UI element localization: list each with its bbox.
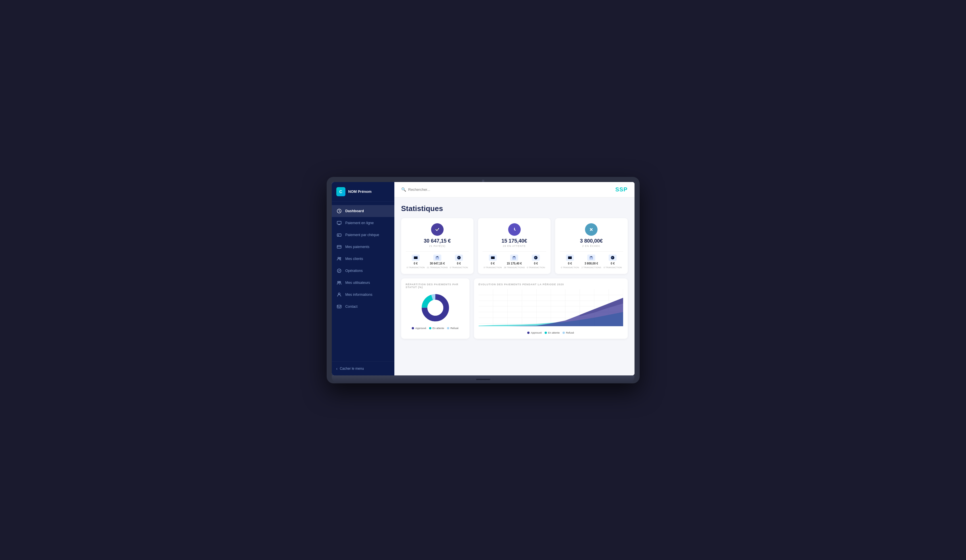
pending-icon-circle — [508, 223, 521, 236]
breakdown-bank-txn-p: 28 TRANSACTIONS — [504, 266, 525, 269]
sidebar-item-label: Mes utilisateurs — [345, 281, 370, 285]
search-input[interactable] — [408, 187, 456, 192]
line-label-approved: Approuvé — [531, 331, 542, 334]
line-chart-container — [478, 289, 623, 329]
legend-label-refused: Refusé — [450, 327, 459, 330]
sidebar-item-label: Dashboard — [345, 209, 364, 213]
euro-breakdown-icon-p — [532, 255, 540, 261]
line-dot-refused — [562, 332, 565, 334]
stat-card-paid: 30 647,15 € 21 PAYÉ(S) 0 € 0 TRANSACTION — [401, 218, 474, 274]
sidebar-item-operations[interactable]: Opérations — [332, 265, 394, 277]
stat-card-failed-header: 3 800,00€ 2 EN ÉCHEC — [560, 223, 623, 247]
paid-breakdown: 0 € 0 TRANSACTION 30 647,15 € 21 TRANSAC… — [406, 251, 469, 269]
line-chart-title: ÉVOLUTION DES PAIEMENTS PENDANT LA PÉRIO… — [478, 283, 623, 286]
svg-point-7 — [337, 281, 339, 283]
topbar: 🔍 SSP — [394, 182, 634, 197]
laptop-trackpad — [476, 379, 490, 380]
breakdown-bank-txn-f: 2 TRANSACTIONS — [582, 266, 601, 269]
breakdown-card-txn-p: 0 TRANSACTION — [484, 266, 502, 269]
line-legend: Approuvé En attente Refusé — [478, 331, 623, 334]
donut-chart-card: RÉPARTITION DES PAIEMENTS PAR STATUT (%) — [401, 278, 470, 339]
breakdown-card-amount: 0 € — [414, 262, 418, 265]
page-content: Statistiques 30 647,15 € 21 PAYÉ(S) — [394, 197, 634, 375]
line-dot-approved — [527, 332, 529, 334]
breakdown-card-f: 0 € 0 TRANSACTION — [561, 255, 579, 269]
line-dot-pending — [545, 332, 547, 334]
bank-breakdown-icon — [433, 255, 441, 261]
sidebar-item-mes-utilisateurs[interactable]: Mes utilisateurs — [332, 277, 394, 289]
sidebar-item-label: Mes informations — [345, 293, 373, 296]
brand-text: SSP — [615, 186, 628, 193]
search-bar: 🔍 — [401, 187, 456, 192]
sidebar-header: C NOM Prénom — [332, 182, 394, 201]
legend-label-pending: En attente — [432, 327, 444, 330]
breakdown-bank-amount: 30 647,15 € — [430, 262, 445, 265]
svg-point-9 — [338, 293, 340, 295]
failed-breakdown: 0 € 0 TRANSACTION 3 800,00 € 2 TRANSACTI… — [560, 251, 623, 269]
sidebar-item-label: Mes clients — [345, 257, 363, 261]
svg-point-4 — [338, 257, 339, 259]
sidebar-item-mes-informations[interactable]: Mes informations — [332, 289, 394, 301]
breakdown-euro-txn-p: 0 TRANSACTION — [527, 266, 545, 269]
sidebar-item-label: Paiement par chèque — [345, 233, 379, 237]
svg-point-5 — [340, 257, 341, 259]
failed-icon-circle — [585, 223, 598, 236]
operations-icon — [336, 268, 342, 273]
breakdown-card-txn-f: 0 TRANSACTION — [561, 266, 579, 269]
person-icon — [336, 292, 342, 298]
sidebar-item-label: Paiement en ligne — [345, 221, 374, 225]
brand-logo: SSP — [615, 186, 628, 193]
donut-container — [406, 292, 465, 323]
line-label-pending: En attente — [548, 331, 560, 334]
svg-point-23 — [427, 300, 443, 316]
laptop-base — [332, 375, 634, 383]
svg-rect-3 — [337, 246, 341, 248]
avatar: C — [336, 187, 345, 196]
breakdown-euro-txn-f: 0 TRANSACTION — [603, 266, 622, 269]
legend-dot-approved — [412, 327, 414, 329]
cheque-icon — [336, 232, 342, 238]
svg-rect-1 — [337, 221, 341, 224]
breakdown-euro-amount-p: 0 € — [534, 262, 538, 265]
sidebar-username: NOM Prénom — [348, 190, 371, 194]
sidebar-item-label: Mes paiements — [345, 245, 370, 249]
sidebar-item-dashboard[interactable]: Dashboard — [332, 205, 394, 217]
sidebar-item-paiement-ligne[interactable]: Paiement en ligne — [332, 217, 394, 229]
bank-breakdown-icon-f — [587, 255, 595, 261]
donut-legend: Approuvé En attente Refusé — [406, 327, 465, 330]
breakdown-bank: 30 647,15 € 21 TRANSACTIONS — [427, 255, 448, 269]
page-title: Statistiques — [401, 204, 628, 213]
euro-breakdown-icon — [455, 255, 463, 261]
sidebar-footer: ‹ Cacher le menu — [332, 362, 394, 375]
sidebar-item-contact[interactable]: Contact — [332, 301, 394, 313]
sidebar-item-mes-clients[interactable]: Mes clients — [332, 253, 394, 265]
sidebar: C NOM Prénom Dashboard — [332, 182, 394, 375]
svg-rect-12 — [414, 256, 417, 259]
donut-chart-title: RÉPARTITION DES PAIEMENTS PAR STATUT (%) — [406, 283, 465, 289]
pending-count: 28 EN ATTENTE — [503, 245, 526, 247]
laptop-camera — [482, 180, 484, 182]
breakdown-card-txn: 0 TRANSACTION — [407, 266, 425, 269]
failed-amount: 3 800,00€ — [580, 238, 603, 244]
pending-breakdown: 0 € 0 TRANSACTION 15 175,40 € 28 TRANSAC… — [483, 251, 546, 269]
legend-pending: En attente — [429, 327, 444, 330]
breakdown-euro: 0 € 0 TRANSACTION — [450, 255, 468, 269]
sidebar-item-mes-paiements[interactable]: Mes paiements — [332, 241, 394, 253]
paid-count: 21 PAYÉ(S) — [429, 245, 445, 247]
breakdown-bank-txn: 21 TRANSACTIONS — [427, 266, 448, 269]
clients-icon — [336, 256, 342, 262]
pending-amount: 15 175,40€ — [501, 238, 527, 244]
mail-icon — [336, 304, 342, 309]
breakdown-euro-amount: 0 € — [457, 262, 461, 265]
stats-row: 30 647,15 € 21 PAYÉ(S) 0 € 0 TRANSACTION — [401, 218, 628, 274]
breakdown-euro-p: 0 € 0 TRANSACTION — [527, 255, 545, 269]
sidebar-item-label: Opérations — [345, 269, 363, 273]
svg-rect-15 — [491, 256, 495, 259]
card-breakdown-icon-f — [566, 255, 574, 261]
hide-menu-button[interactable]: ‹ Cacher le menu — [336, 366, 390, 371]
paid-amount: 30 647,15 € — [424, 238, 451, 244]
donut-svg — [420, 292, 451, 323]
sidebar-item-paiement-cheque[interactable]: Paiement par chèque — [332, 229, 394, 241]
stat-card-pending: 15 175,40€ 28 EN ATTENTE 0 € 0 TRANSACTI… — [478, 218, 550, 274]
sidebar-nav: Dashboard Paiement en ligne — [332, 201, 394, 362]
